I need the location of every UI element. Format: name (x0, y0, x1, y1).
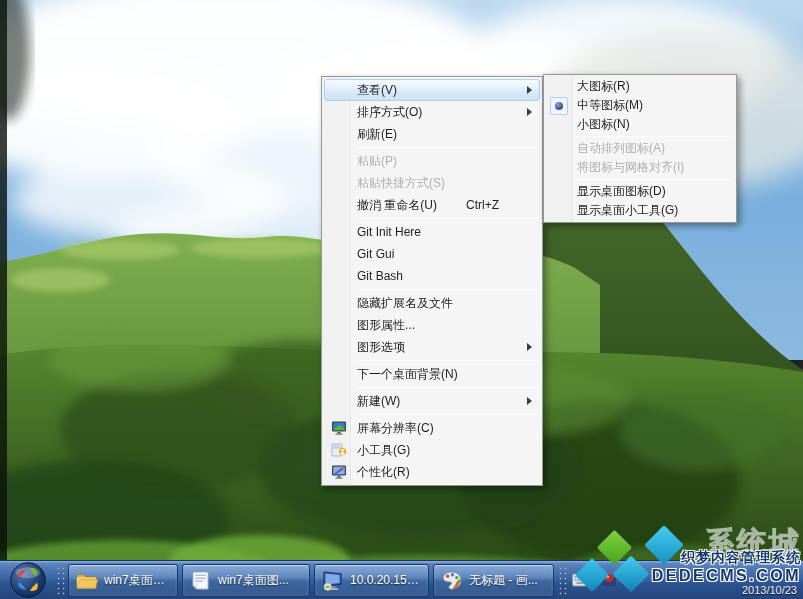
menu-item-screen-resolution[interactable]: 屏幕分辨率(C) (324, 417, 540, 439)
paint-icon (440, 569, 463, 592)
menu-item-label: Git Gui (357, 247, 394, 261)
remote-desktop-icon (321, 569, 344, 592)
taskbar-button-label: win7桌面图... (218, 572, 289, 589)
menu-item-label: 显示桌面小工具(G) (577, 202, 678, 219)
menu-separator (576, 179, 732, 180)
taskbar-button-paint[interactable]: 无标题 - 画... (433, 564, 554, 597)
menu-item-label: 显示桌面图标(D) (577, 183, 666, 200)
menu-item-git-bash[interactable]: Git Bash (324, 265, 540, 287)
taskbar-button-label: 10.0.20.15 ... (350, 573, 420, 587)
menu-item-label: 屏幕分辨率(C) (357, 420, 434, 437)
notepad-icon (189, 569, 212, 592)
menu-item-next-desktop-background[interactable]: 下一个桌面背景(N) (324, 363, 540, 385)
submenu-arrow-icon (527, 108, 532, 116)
submenu-item-auto-arrange: 自动排列图标(A) (546, 139, 734, 158)
menu-item-label: 图形选项 (357, 339, 405, 356)
desktop: 查看(V) 排序方式(O) 刷新(E) 粘贴(P) 粘贴快捷方式(S) 撤消 重… (0, 0, 803, 599)
menu-item-git-gui[interactable]: Git Gui (324, 243, 540, 265)
menu-item-shortcut: Ctrl+Z (466, 198, 533, 212)
menu-separator (356, 289, 538, 290)
folder-icon (75, 569, 98, 592)
clock-date: 2013/10/23 (742, 584, 797, 596)
menu-item-gadgets[interactable]: 小工具(G) (324, 439, 540, 461)
personalization-icon (331, 464, 347, 480)
menu-item-label: 自动排列图标(A) (577, 140, 665, 157)
menu-item-view[interactable]: 查看(V) (324, 79, 540, 101)
submenu-item-show-desktop-gadgets[interactable]: 显示桌面小工具(G) (546, 201, 734, 220)
notification-area (572, 572, 617, 588)
gadgets-icon (331, 442, 347, 458)
menu-item-git-init-here[interactable]: Git Init Here (324, 221, 540, 243)
submenu-arrow-icon (527, 397, 532, 405)
menu-item-label: 小工具(G) (357, 442, 410, 459)
menu-item-label: 下一个桌面背景(N) (357, 366, 458, 383)
menu-item-undo-rename[interactable]: 撤消 重命名(U) Ctrl+Z (324, 194, 540, 216)
menu-item-label: 新建(W) (357, 393, 400, 410)
submenu-item-show-desktop-icons[interactable]: 显示桌面图标(D) (546, 182, 734, 201)
menu-separator (356, 360, 538, 361)
menu-separator (356, 147, 538, 148)
menu-item-label: Git Init Here (357, 225, 421, 239)
submenu-item-align-to-grid: 将图标与网格对齐(I) (546, 158, 734, 177)
tray-grip[interactable] (557, 565, 567, 595)
menu-item-label: 查看(V) (357, 82, 397, 99)
menu-item-refresh[interactable]: 刷新(E) (324, 123, 540, 145)
keyboard-icon[interactable] (572, 572, 594, 588)
submenu-arrow-icon (527, 343, 532, 351)
menu-separator (356, 414, 538, 415)
taskbar-grip[interactable] (55, 565, 65, 595)
submenu-item-large-icons[interactable]: 大图标(R) (546, 77, 734, 96)
menu-item-paste: 粘贴(P) (324, 150, 540, 172)
menu-item-paste-shortcut: 粘贴快捷方式(S) (324, 172, 540, 194)
display-resolution-icon (331, 420, 347, 436)
menu-item-label: 刷新(E) (357, 126, 397, 143)
menu-item-personalize[interactable]: 个性化(R) (324, 461, 540, 483)
taskbar-button-label: 无标题 - 画... (469, 572, 538, 589)
submenu-arrow-icon (527, 86, 532, 94)
menu-separator (356, 387, 538, 388)
menu-item-label: 大图标(R) (577, 78, 630, 95)
menu-item-label: 中等图标(M) (577, 97, 643, 114)
menu-item-label: 小图标(N) (577, 116, 630, 133)
menu-item-label: 隐藏扩展名及文件 (357, 295, 453, 312)
menu-item-label: 图形属性... (357, 317, 415, 334)
menu-separator (356, 218, 538, 219)
taskbar: win7桌面图... win7桌面图... 10.0.20.15 ... (0, 560, 803, 599)
menu-separator (576, 136, 732, 137)
taskbar-button-remote-desktop[interactable]: 10.0.20.15 ... (314, 564, 429, 597)
view-submenu: 大图标(R) 中等图标(M) 小图标(N) 自动排列图标(A) 将图标与网格对齐… (543, 74, 737, 223)
menu-item-label: 将图标与网格对齐(I) (577, 159, 684, 176)
desktop-context-menu: 查看(V) 排序方式(O) 刷新(E) 粘贴(P) 粘贴快捷方式(S) 撤消 重… (321, 76, 543, 486)
menu-item-label: Git Bash (357, 269, 403, 283)
menu-item-label: 粘贴快捷方式(S) (357, 175, 445, 192)
menu-item-label: 排序方式(O) (357, 104, 422, 121)
menu-item-sort-by[interactable]: 排序方式(O) (324, 101, 540, 123)
menu-item-new[interactable]: 新建(W) (324, 390, 540, 412)
menu-item-label: 个性化(R) (357, 464, 410, 481)
menu-item-label: 粘贴(P) (357, 153, 397, 170)
submenu-item-small-icons[interactable]: 小图标(N) (546, 115, 734, 134)
windows-logo-icon (8, 560, 48, 599)
menu-item-label: 撤消 重命名(U) (357, 197, 437, 214)
menu-item-graphics-properties[interactable]: 图形属性... (324, 314, 540, 336)
taskbar-button-label: win7桌面图... (104, 572, 169, 589)
start-button[interactable] (2, 561, 54, 599)
menu-item-graphics-options[interactable]: 图形选项 (324, 336, 540, 358)
menu-item-hide-extensions[interactable]: 隐藏扩展名及文件 (324, 292, 540, 314)
taskbar-button-folder-window[interactable]: win7桌面图... (68, 564, 178, 597)
taskbar-button-notepad-window[interactable]: win7桌面图... (182, 564, 310, 597)
submenu-item-medium-icons[interactable]: 中等图标(M) (546, 96, 734, 115)
ime-icon[interactable] (601, 572, 617, 588)
taskbar-clock[interactable]: 2013/10/23 (742, 561, 803, 599)
radio-selected-icon (550, 97, 568, 115)
